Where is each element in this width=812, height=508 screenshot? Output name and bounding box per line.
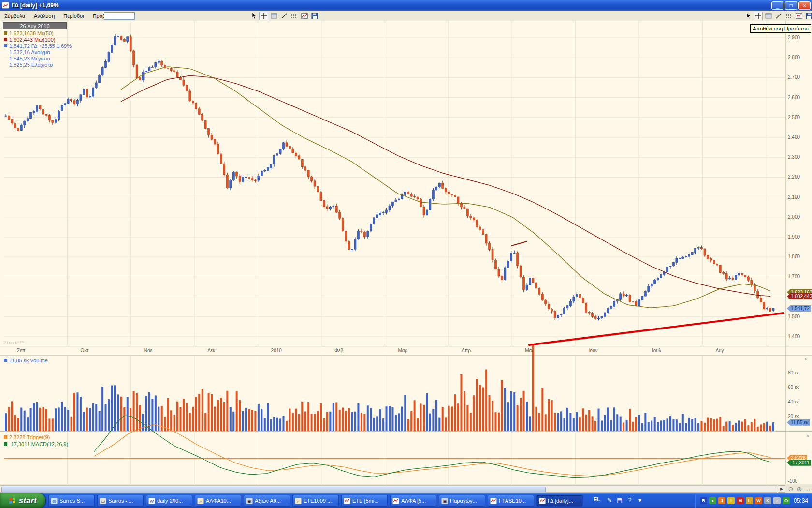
price-axis-tick: 1.800: [788, 254, 800, 259]
volume-swatch: [4, 359, 7, 362]
chart-icon: [490, 498, 497, 504]
taskbar-button-5[interactable]: ⌕ΕΤΕ1009 ...: [292, 495, 339, 507]
tray-r-icon[interactable]: R: [700, 497, 707, 504]
document-icon: W: [148, 498, 155, 504]
annotation-segment[interactable]: [511, 241, 527, 246]
taskbar-button-10[interactable]: ΓΔ [daily]...: [536, 495, 583, 507]
volume-axis-tick: 80 εκ: [788, 370, 799, 375]
x-axis-month-label: Μαρ: [398, 348, 407, 353]
x-axis-month-label: Αυγ: [715, 348, 724, 353]
crosshair-date-label: 26 Αυγ 2010: [3, 22, 67, 29]
price-axis-tick: 2.700: [788, 75, 800, 80]
volume-axis-tick: 60 εκ: [788, 385, 799, 390]
tray-lock-icon[interactable]: L: [746, 497, 753, 504]
chart-canvas[interactable]: [0, 0, 812, 508]
x-axis-month-label: Απρ: [462, 348, 471, 353]
card-icon: ▭: [100, 498, 106, 504]
scroll-right-button[interactable]: ▶: [778, 485, 785, 493]
trigger-line: [94, 425, 771, 476]
last-price-tag: 1.541,72: [787, 305, 811, 312]
price-axis-tick: 2.900: [788, 35, 800, 40]
x-axis-month-label: Φεβ: [334, 348, 343, 353]
desktop: ΓΔ [daily] +1,69% _ ❐ ✕ Σύμβολα Ανάλυση …: [0, 0, 812, 508]
macd-swatch: [4, 442, 7, 446]
x-axis-month-label: Οκτ: [80, 348, 88, 353]
x-axis-month-label: Σεπ: [17, 348, 26, 353]
price-axis-tick: 2.200: [788, 174, 800, 179]
ma100-swatch: [4, 38, 7, 41]
options-arrow-icon[interactable]: ▾: [636, 496, 644, 505]
start-button[interactable]: start: [0, 493, 45, 508]
help-icon[interactable]: ?: [625, 496, 634, 505]
zoom-out-icon[interactable]: ⊖: [787, 485, 795, 493]
x-axis-month-label: Ιουν: [589, 348, 598, 353]
taskbar-button-7[interactable]: ΑΛΦΑ [5...: [390, 495, 436, 507]
taskbar-button-1[interactable]: ▭Sarros - ...: [97, 495, 144, 507]
volume-axis-tick: 40 εκ: [788, 399, 799, 404]
price-axis-tick: 2.400: [788, 134, 800, 140]
macd-value-tag: -17,3011: [787, 460, 811, 466]
tray-antivirus-icon[interactable]: O: [783, 497, 790, 504]
tray-doc-icon[interactable]: W: [755, 497, 762, 504]
legend-low: 1.525,25 Ελάχιστο: [4, 61, 72, 68]
chart-icon: [539, 498, 546, 504]
monitor-icon: ▣: [441, 498, 448, 504]
volume-legend: 11,85 εκ Volume: [4, 357, 48, 363]
tray-volume-icon[interactable]: ♪: [773, 497, 781, 504]
taskbar-button-8[interactable]: ▣Παραγώγ...: [439, 495, 485, 507]
x-axis-month-label: Νοε: [144, 348, 152, 353]
fit-width-icon[interactable]: ↔: [804, 485, 812, 493]
taskbar-button-4[interactable]: ▣Αξιών Αθ...: [244, 495, 290, 507]
ma50-swatch: [4, 31, 7, 35]
system-tray: RxJ!MLWK♪O 05:34: [695, 493, 812, 508]
tray-java-icon[interactable]: J: [718, 497, 725, 504]
tray-messenger-icon[interactable]: M: [737, 497, 744, 504]
x-axis-month-label: Δεκ: [207, 348, 215, 353]
keyboard-icon[interactable]: ▤: [615, 496, 624, 505]
watermark: 2Trade™: [3, 340, 25, 345]
trendline[interactable]: [529, 313, 783, 345]
tray-network-icon[interactable]: x: [709, 497, 716, 504]
x-axis-month-label: Μαι: [525, 348, 533, 353]
chart-icon: [392, 498, 399, 504]
macd-legend: -17,3011 MACD(12,26,9): [4, 441, 68, 447]
scroll-row: ▶ ⊖ ⊕ ↔: [0, 485, 812, 493]
microphone-icon[interactable]: ✎: [605, 496, 614, 505]
price-axis-tick: 2.000: [788, 214, 800, 220]
volume-bars: [5, 345, 774, 431]
ma100-value-tag: 1.602,443: [787, 293, 812, 299]
magnifier-icon: ⌕: [197, 498, 204, 504]
price-axis-tick: 1.400: [788, 334, 800, 339]
chart-icon: [344, 498, 350, 504]
volume-close-icon[interactable]: ×: [803, 357, 809, 362]
taskbar-button-3[interactable]: ⌕ΑΛΦΑ10...: [195, 495, 241, 507]
windows-logo-icon: [9, 497, 16, 505]
taskbar-button-6[interactable]: ΕΤΕ [5mi...: [341, 495, 388, 507]
macd-close-icon[interactable]: ×: [805, 433, 811, 439]
price-axis-tick: 2.100: [788, 194, 800, 200]
price-axis-tick: 1.700: [788, 274, 800, 279]
price-axis-tick: 2.300: [788, 154, 800, 160]
tray-keyboard-icon[interactable]: K: [764, 497, 771, 504]
price-axis-tick: 2.600: [788, 95, 800, 100]
volume-axis-tick: 20 εκ: [788, 414, 799, 419]
price-swatch: [4, 44, 7, 47]
taskbar-clock: 05:34: [794, 497, 808, 504]
monitor-icon: ▣: [246, 498, 253, 504]
h-scrollbar[interactable]: [0, 485, 777, 493]
taskbar-button-2[interactable]: Wdaily 260...: [146, 495, 192, 507]
h-scrollbar-thumb[interactable]: [1, 487, 546, 492]
language-indicator[interactable]: EL: [594, 496, 600, 502]
price-legend: 1.623,1638 Με(50) 1.602,443 Μω(100) 1.54…: [4, 30, 72, 68]
taskbar-button-9[interactable]: FTASE10...: [488, 495, 534, 507]
zoom-in-icon[interactable]: ⊕: [796, 485, 803, 493]
price-axis-tick: 1.500: [788, 314, 800, 319]
ma50-line: [121, 67, 770, 308]
volume-value-tag: 11,85 εκ: [787, 419, 810, 426]
taskbar-button-0[interactable]: ◍Sarros S...: [48, 495, 95, 507]
price-axis-tick: 2.500: [788, 115, 800, 120]
tray-shield-icon[interactable]: !: [727, 497, 735, 504]
trigger-swatch: [4, 435, 7, 439]
price-axis-tick: 1.900: [788, 234, 800, 239]
magnifier-icon: ⌕: [295, 498, 302, 504]
